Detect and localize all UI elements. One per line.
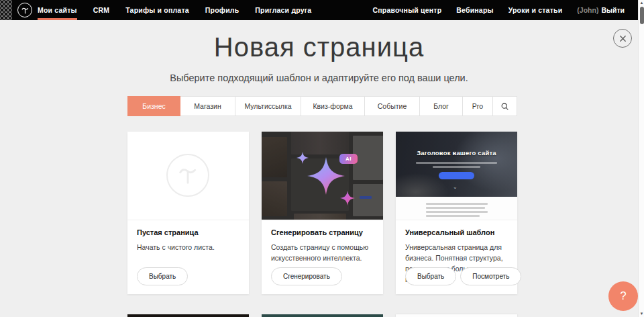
nav-my-sites[interactable]: Мои сайты [38, 0, 77, 20]
scroll-down-arrow-icon[interactable]: ▼ [639, 311, 644, 317]
preview-universal-button[interactable]: Посмотреть [460, 267, 521, 285]
chevron-down-icon: ⌄ [453, 184, 458, 190]
card-title: Пустая страница [137, 228, 239, 236]
nav-invite-friend[interactable]: Пригласи друга [255, 0, 311, 20]
blank-page-card-body: Пустая страница Начать с чистого листа. … [127, 220, 249, 294]
top-navigation-bar: Мои сайты CRM Тарифы и оплата Профиль Пр… [0, 0, 638, 20]
tab-quiz-form[interactable]: Квиз-форма [301, 97, 365, 116]
page-subtitle: Выберите подходящий шаблон и адаптируйте… [0, 73, 638, 83]
nav-help-center[interactable]: Справочный центр [372, 0, 441, 20]
tab-pro[interactable]: Pro [463, 97, 493, 116]
card-title: Универсальный шаблон [405, 228, 508, 236]
template-card-universal: Заголовок вашего сайта ⌄ Универсальный ш… [396, 132, 517, 294]
universal-card-body: Универсальный шаблон Универсальная стран… [396, 220, 517, 294]
template-text-section [396, 197, 517, 220]
tab-event[interactable]: Событие [365, 97, 420, 116]
logout-link[interactable]: Выйти [601, 6, 625, 14]
new-page-modal-screen: Мои сайты CRM Тарифы и оплата Профиль Пр… [0, 0, 644, 317]
ai-badge: AI [339, 154, 358, 164]
nav-crm[interactable]: CRM [93, 0, 110, 20]
next-row-card-preview[interactable] [262, 314, 383, 317]
nav-tariffs[interactable]: Тарифы и оплата [125, 0, 189, 20]
user-account: (John) Выйти [577, 6, 625, 14]
generate-button[interactable]: Сгенерировать [271, 267, 342, 285]
template-subtext-line [433, 166, 480, 168]
template-headline: Заголовок вашего сайта [396, 149, 517, 156]
help-button[interactable]: ? [608, 281, 638, 311]
tilda-glyph [21, 6, 30, 15]
tilda-logo-icon[interactable] [17, 3, 32, 17]
nav-lessons[interactable]: Уроки и статьи [508, 0, 563, 20]
template-category-tabs: Бизнес Магазин Мультиссылка Квиз-форма С… [127, 96, 517, 116]
choose-universal-button[interactable]: Выбрать [405, 267, 456, 285]
card-title: Сгенерировать страницу [271, 228, 374, 236]
search-icon [500, 102, 509, 111]
header-nav-right: Справочный центр Вебинары Уроки и статьи… [372, 0, 625, 20]
tab-multilink[interactable]: Мультиссылка [235, 97, 301, 116]
nav-profile[interactable]: Профиль [205, 0, 239, 20]
page-title: Новая страница [0, 32, 638, 62]
blank-page-preview[interactable] [127, 132, 249, 220]
next-row-card-preview[interactable] [396, 314, 517, 317]
template-hero-image: Заголовок вашего сайта ⌄ [396, 132, 517, 197]
vertical-scrollbar[interactable]: ▲ ▼ [638, 0, 644, 317]
next-row-card-preview[interactable] [127, 314, 249, 317]
template-subtext-line [416, 162, 497, 164]
sparkle-small-icon [340, 191, 355, 206]
template-card-blank-page: Пустая страница Начать с чистого листа. … [127, 132, 249, 294]
template-cta-button [439, 172, 474, 179]
tilda-watermark-icon [166, 154, 209, 197]
template-card-ai-generate: AI Сгенерировать страницу Создать страни… [262, 132, 383, 294]
scrollbar-thumb[interactable] [640, 7, 644, 24]
ai-generate-card-body: Сгенерировать страницу Создать страницу … [262, 220, 383, 294]
tab-blog[interactable]: Блог [420, 97, 463, 116]
nav-webinars[interactable]: Вебинары [456, 0, 493, 20]
tab-search[interactable] [493, 97, 517, 116]
universal-template-preview[interactable]: Заголовок вашего сайта ⌄ [396, 132, 517, 220]
card-description: Создать страницу с помощью искусственног… [271, 242, 374, 263]
ai-sparkle-icon [307, 157, 345, 195]
header-nav-left: Мои сайты CRM Тарифы и оплата Профиль Пр… [38, 0, 311, 20]
tab-shop[interactable]: Магазин [180, 97, 235, 116]
choose-blank-button[interactable]: Выбрать [137, 267, 188, 285]
card-description: Начать с чистого листа. [137, 242, 239, 253]
edge-texture [0, 0, 12, 20]
scroll-up-arrow-icon[interactable]: ▲ [639, 0, 644, 6]
ai-generate-preview[interactable]: AI [262, 132, 383, 220]
tab-business[interactable]: Бизнес [127, 96, 180, 116]
user-name: (John) [577, 6, 598, 14]
